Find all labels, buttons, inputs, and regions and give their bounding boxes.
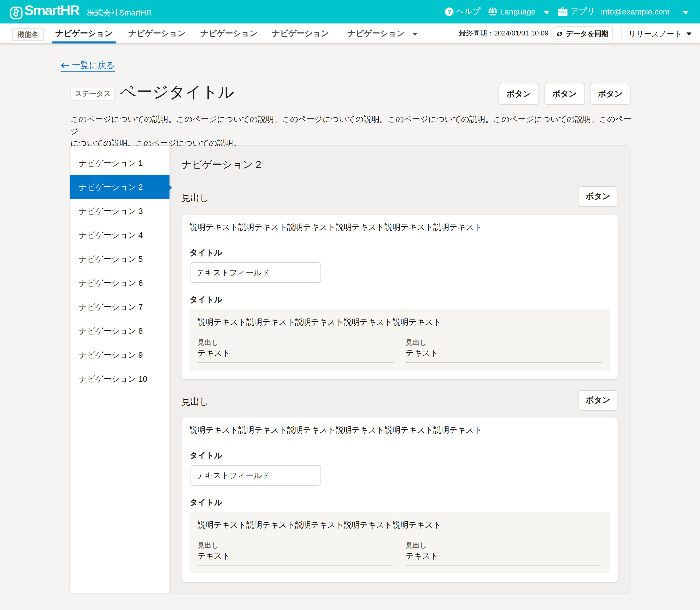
svg-text:?: ? — [448, 9, 451, 15]
